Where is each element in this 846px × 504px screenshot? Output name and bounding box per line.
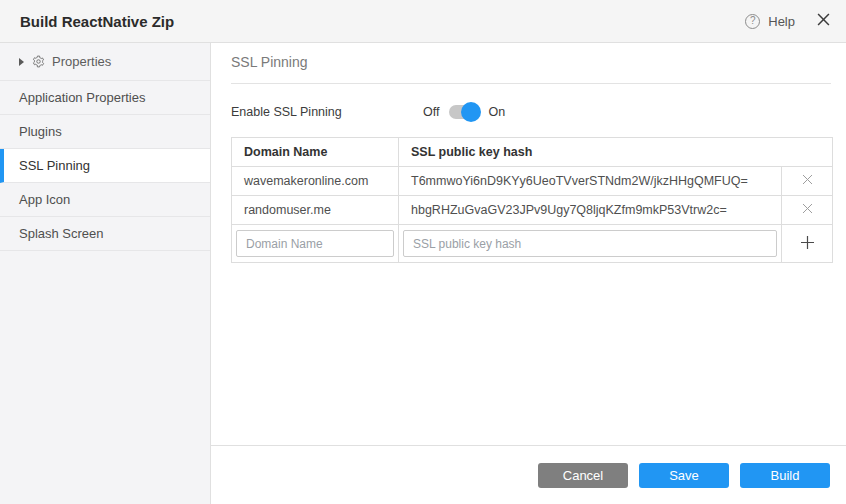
help-icon: ? <box>745 14 760 29</box>
build-button[interactable]: Build <box>740 463 830 488</box>
delete-row-button[interactable] <box>782 196 833 225</box>
toggle-knob <box>461 102 481 122</box>
sidebar-item-plugins[interactable]: Plugins <box>0 115 210 149</box>
dialog-footer: Cancel Save Build <box>211 445 846 504</box>
delete-row-button[interactable] <box>782 167 833 196</box>
domain-name-input[interactable] <box>236 230 394 257</box>
sidebar-item-label: Splash Screen <box>19 226 104 241</box>
table-input-row <box>232 225 833 263</box>
table-header-row: Domain Name SSL public key hash <box>232 138 833 167</box>
hash-cell: hbgRHZuGvaGV23JPv9Ugy7Q8ljqKZfm9mkP53Vtr… <box>399 196 782 225</box>
ssl-hash-header: SSL public key hash <box>399 138 833 167</box>
hash-cell: T6mmwoYi6nD9KYy6UeoTVverSTNdm2W/jkzHHgQM… <box>399 167 782 196</box>
sidebar-item-properties[interactable]: Properties <box>0 43 210 81</box>
domain-cell: wavemakeronline.com <box>232 167 399 196</box>
dialog-titlebar: Build ReactNative Zip ? Help <box>0 0 846 43</box>
sidebar-item-label: Properties <box>52 54 111 69</box>
enable-ssl-pinning-row: Enable SSL Pinning Off On <box>231 105 831 119</box>
sidebar-item-label: Plugins <box>19 124 62 139</box>
toggle-off-label: Off <box>423 105 439 119</box>
ssl-pinning-toggle[interactable] <box>449 105 478 119</box>
section-title: SSL Pinning <box>231 43 831 84</box>
sidebar-item-application-properties[interactable]: Application Properties <box>0 81 210 115</box>
gear-icon <box>32 55 45 68</box>
plus-icon <box>801 236 814 249</box>
close-icon <box>817 12 830 30</box>
delete-icon <box>802 174 813 185</box>
expand-arrow-icon <box>19 58 24 66</box>
cancel-button[interactable]: Cancel <box>538 463 628 488</box>
ssl-hash-input[interactable] <box>403 230 777 257</box>
enable-ssl-pinning-label: Enable SSL Pinning <box>231 105 423 119</box>
toggle-on-label: On <box>488 105 505 119</box>
add-row-button[interactable] <box>782 225 833 263</box>
delete-icon <box>802 203 813 214</box>
sidebar-item-label: App Icon <box>19 192 70 207</box>
close-button[interactable] <box>817 12 830 30</box>
domain-name-header: Domain Name <box>232 138 399 167</box>
sidebar-item-label: SSL Pinning <box>19 158 90 173</box>
table-row: randomuser.me hbgRHZuGvaGV23JPv9Ugy7Q8lj… <box>232 196 833 225</box>
table-row: wavemakeronline.com T6mmwoYi6nD9KYy6UeoT… <box>232 167 833 196</box>
help-button[interactable]: ? Help <box>745 14 795 29</box>
domain-cell: randomuser.me <box>232 196 399 225</box>
save-button[interactable]: Save <box>639 463 729 488</box>
sidebar-item-label: Application Properties <box>19 90 145 105</box>
sidebar-item-ssl-pinning[interactable]: SSL Pinning <box>0 149 210 183</box>
sidebar: Properties Application Properties Plugin… <box>0 43 211 504</box>
main-content: SSL Pinning Enable SSL Pinning Off On Do… <box>211 43 846 445</box>
ssl-pinning-table: Domain Name SSL public key hash wavemake… <box>231 137 833 263</box>
help-label: Help <box>768 14 795 29</box>
dialog-title: Build ReactNative Zip <box>20 13 745 30</box>
sidebar-item-app-icon[interactable]: App Icon <box>0 183 210 217</box>
sidebar-item-splash-screen[interactable]: Splash Screen <box>0 217 210 251</box>
